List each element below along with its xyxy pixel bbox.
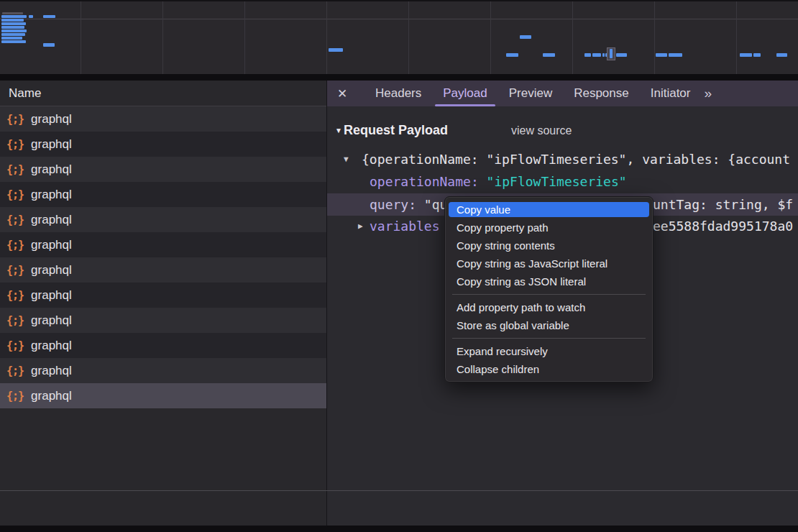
json-icon: {;} — [6, 188, 24, 201]
json-icon: {;} — [6, 364, 24, 377]
timeline-gridline — [736, 1, 737, 74]
request-rows: {;}graphql{;}graphql{;}graphql{;}graphql… — [0, 106, 326, 408]
waterfall-bar — [43, 15, 55, 18]
overview-midline — [0, 19, 798, 19]
waterfall-bar — [1, 40, 26, 43]
waterfall-bar — [602, 53, 605, 57]
menu-item-copy-value[interactable]: Copy value — [449, 202, 649, 217]
request-name: graphql — [31, 389, 72, 403]
waterfall-bar — [753, 53, 761, 57]
expand-triangle-icon[interactable]: ▶ — [358, 215, 363, 237]
timeline-marker-bar — [610, 49, 613, 58]
waterfall-bar — [2, 12, 23, 14]
query-value-tail: untTag: string, $f — [653, 193, 793, 216]
view-source-link[interactable]: view source — [511, 124, 572, 137]
tree-row-operation-name[interactable]: operationName: "ipFlowTimeseries" — [327, 170, 798, 193]
table-row[interactable]: {;}graphql — [0, 383, 326, 408]
menu-item-store-as-global-variable[interactable]: Store as global variable — [449, 318, 649, 333]
timeline-gridline — [326, 1, 327, 74]
waterfall-bar — [543, 53, 555, 57]
menu-item-copy-string-as-javascript-literal[interactable]: Copy string as JavaScript literal — [449, 256, 649, 271]
table-row[interactable]: {;}graphql — [0, 333, 326, 358]
waterfall-bar — [1, 29, 27, 32]
column-header-name[interactable]: Name — [0, 81, 326, 106]
more-tabs-icon[interactable]: » — [704, 86, 710, 101]
json-icon: {;} — [6, 214, 24, 226]
timeline-gridline — [572, 1, 573, 74]
waterfall-bar — [740, 53, 752, 57]
waterfall-bar — [656, 53, 667, 57]
timeline-gridline — [81, 1, 81, 74]
json-icon: {;} — [6, 339, 24, 352]
waterfall-bar — [43, 43, 55, 47]
timeline-gridline — [654, 1, 655, 74]
table-row[interactable]: {;}graphql — [0, 308, 326, 333]
waterfall-bar — [584, 53, 591, 57]
waterfall-bar — [669, 53, 682, 57]
waterfall-bar — [329, 48, 343, 52]
waterfall-bar — [506, 53, 518, 57]
tab-payload[interactable]: Payload — [432, 81, 497, 106]
waterfall-bar — [616, 53, 627, 57]
network-overview-timeline[interactable] — [0, 0, 798, 74]
table-row[interactable]: {;}graphql — [0, 232, 326, 257]
request-name: graphql — [31, 213, 72, 227]
request-name: graphql — [31, 339, 72, 353]
request-name: graphql — [31, 112, 72, 127]
panel-divider-bottom — [0, 526, 798, 532]
close-icon[interactable]: ✕ — [327, 86, 357, 101]
waterfall-bar — [1, 15, 27, 18]
json-icon: {;} — [6, 163, 24, 176]
request-name: graphql — [31, 238, 72, 252]
menu-separator — [452, 338, 646, 339]
property-query: query: "qu — [370, 193, 447, 216]
panel-divider-top — [0, 74, 798, 81]
variables-value-tail: ee5588fdad995178a0 — [653, 215, 793, 237]
json-icon: {;} — [6, 314, 24, 327]
timeline-gridline — [162, 1, 163, 74]
details-tab-bar: ✕ HeadersPayloadPreviewResponseInitiator… — [327, 81, 798, 106]
table-row[interactable]: {;}graphql — [0, 283, 326, 308]
context-menu: Copy valueCopy property pathCopy string … — [444, 196, 653, 382]
menu-item-copy-string-as-json-literal[interactable]: Copy string as JSON literal — [449, 274, 649, 289]
waterfall-bar — [592, 53, 601, 57]
collapse-triangle-icon[interactable]: ▼ — [344, 148, 349, 170]
waterfall-bar — [520, 35, 531, 39]
json-icon: {;} — [6, 264, 24, 277]
request-name: graphql — [31, 263, 72, 278]
tab-headers[interactable]: Headers — [364, 81, 432, 106]
menu-item-copy-property-path[interactable]: Copy property path — [449, 220, 649, 235]
menu-item-collapse-children[interactable]: Collapse children — [449, 362, 649, 377]
tab-preview[interactable]: Preview — [498, 81, 563, 106]
menu-item-expand-recursively[interactable]: Expand recursively — [449, 344, 649, 359]
waterfall-bar — [1, 37, 22, 40]
json-icon: {;} — [6, 289, 24, 302]
table-row[interactable]: {;}graphql — [0, 106, 326, 132]
json-icon: {;} — [6, 239, 24, 252]
waterfall-bar — [1, 22, 26, 25]
request-name: graphql — [31, 313, 72, 328]
table-row[interactable]: {;}graphql — [0, 132, 326, 157]
section-collapse-triangle-icon[interactable]: ▼ — [335, 127, 342, 134]
waterfall-bar — [1, 19, 24, 22]
waterfall-bar — [776, 53, 787, 57]
table-row[interactable]: {;}graphql — [0, 207, 326, 232]
timeline-gridline — [490, 1, 491, 74]
waterfall-bar — [29, 15, 33, 18]
request-name: graphql — [31, 188, 72, 202]
tab-initiator[interactable]: Initiator — [640, 81, 702, 106]
json-icon: {;} — [6, 390, 24, 403]
requests-table: Name {;}graphql{;}graphql{;}graphql{;}gr… — [0, 81, 327, 526]
table-row[interactable]: {;}graphql — [0, 182, 326, 207]
tabs-container: HeadersPayloadPreviewResponseInitiator — [357, 81, 701, 106]
tree-row-root[interactable]: ▼ {operationName: "ipFlowTimeseries", va… — [327, 148, 798, 170]
table-row[interactable]: {;}graphql — [0, 358, 326, 383]
table-row[interactable]: {;}graphql — [0, 157, 326, 182]
root-object-preview: {operationName: "ipFlowTimeseries", vari… — [362, 148, 790, 170]
timeline-gridline — [244, 1, 245, 74]
menu-separator — [452, 294, 646, 295]
table-row[interactable]: {;}graphql — [0, 257, 326, 283]
menu-item-add-property-path-to-watch[interactable]: Add property path to watch — [449, 300, 649, 315]
menu-item-copy-string-contents[interactable]: Copy string contents — [449, 238, 649, 253]
tab-response[interactable]: Response — [563, 81, 640, 106]
